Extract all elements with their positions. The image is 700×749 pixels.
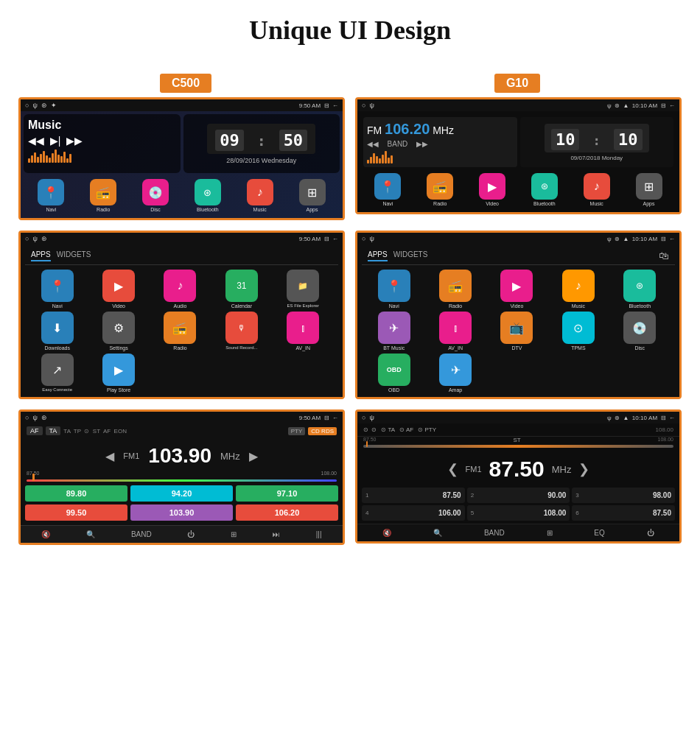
c500-tab-widgets[interactable]: WIDGETS xyxy=(57,249,91,261)
c500-radio-presets: 89.80 94.20 97.10 99.50 103.90 106.20 xyxy=(25,485,338,521)
c500-apps-grid: 📍Navi ▶Video ♪Audio 31Calendar 📁ES File … xyxy=(25,265,338,397)
c500-preset-2[interactable]: 94.20 xyxy=(130,485,233,502)
g10-app-video[interactable]: ▶Video xyxy=(479,173,505,206)
c500-radio-content: AF TA TA TP ⊙ ST AF EON PTY CD RDS ◀ FM1… xyxy=(21,423,343,543)
g10-preset-4[interactable]: 4106.00 xyxy=(362,505,465,521)
g10-grid-tpms[interactable]: ⊙TPMS xyxy=(549,312,607,351)
page-title: Unique UI Design xyxy=(249,15,451,46)
c500-grid-easyconnect[interactable]: ↗Easy Connecte xyxy=(28,354,86,393)
g10-tab-apps[interactable]: APPS xyxy=(368,249,388,261)
c500-app-navi[interactable]: 📍Navi xyxy=(38,179,64,212)
g10-apps-statusbar: ○ ψ ψ ⊛ ▲ 10:10 AM ⊟ ← xyxy=(357,233,679,245)
c500-apps-screen: ○ ψ ⊛ 9:50 AM ⊟ ← APPS WIDGETS 📍Navi ▶Vi… xyxy=(18,231,345,399)
c500-grid-avin[interactable]: ⫿AV_IN xyxy=(274,312,332,351)
g10-preset-2[interactable]: 290.00 xyxy=(467,488,570,503)
c500-grid-playstore[interactable]: ▶Play Store xyxy=(89,354,147,393)
c500-home-apps: 📍Navi 📻Radio 💿Disc ⊛Bluetooth ♪Music ⊞Ap… xyxy=(24,176,340,215)
g10-grid-video[interactable]: ▶Video xyxy=(488,270,546,309)
c500-grid-settings[interactable]: ⚙Settings xyxy=(89,312,147,351)
g10-clock-digits: 10 : 10 xyxy=(545,124,649,152)
g10-grid-obd[interactable]: OBDOBD xyxy=(365,354,423,393)
g10-radio-freq: FM 106.20 MHz xyxy=(367,121,514,138)
c500-preset-4[interactable]: 99.50 xyxy=(25,504,127,521)
c500-music-controls[interactable]: ◀◀ ▶| ▶▶ xyxy=(28,135,176,147)
g10-grid-disc[interactable]: 💿Disc xyxy=(611,312,669,351)
g10-grid-dtv[interactable]: 📺DTV xyxy=(488,312,546,351)
g10-label: G10 xyxy=(494,74,540,93)
g10-grid-btmusic[interactable]: ✈BT Music xyxy=(365,312,423,351)
c500-search-btn[interactable]: 🔍 xyxy=(86,530,95,538)
c500-radio-freq-row: ◀ FM1 103.90 MHz ▶ xyxy=(21,438,343,471)
c500-skip-btn[interactable]: ⏭ xyxy=(273,530,280,538)
c500-app-disc[interactable]: 💿Disc xyxy=(142,179,169,212)
g10-radio-widget: FM 106.20 MHz ◀◀ BAND ▶▶ xyxy=(363,117,517,167)
g10-preset-3[interactable]: 398.00 xyxy=(572,488,675,503)
c500-mute-btn[interactable]: 🔇 xyxy=(41,530,50,538)
c500-home-statusbar: ○ ψ ⊛ ✦ 9:50 AM ⊟ ← xyxy=(21,99,343,111)
g10-list-btn[interactable]: ⊞ xyxy=(547,529,553,537)
c500-radio-screen: ○ ψ ⊛ 9:50 AM ⊟ ← AF TA TA TP ⊙ ST AF EO… xyxy=(18,409,345,545)
c500-grid-soundrec[interactable]: 🎙Sound Record... xyxy=(212,312,270,351)
g10-grid-navi[interactable]: 📍Navi xyxy=(365,270,423,309)
g10-store-icon[interactable]: 🛍 xyxy=(659,250,669,261)
c500-grid-navi[interactable]: 📍Navi xyxy=(28,270,86,309)
c500-power-btn[interactable]: ⏻ xyxy=(187,530,195,538)
g10-home-apps: 📍Navi 📻Radio ▶Video ⊛Bluetooth ♪Music ⊞A… xyxy=(360,170,676,209)
g10-preset-1[interactable]: 187.50 xyxy=(362,488,465,503)
g10-home-screen: ○ ψ ψ ⊛ ▲ 10:10 AM ⊟ ← FM 106.20 MHz ◀◀ … xyxy=(355,97,682,214)
g10-apps-grid: 📍Navi 📻Radio ▶Video ♪Music ⊛Bluetooth ✈B… xyxy=(362,265,675,397)
g10-tab-widgets[interactable]: WIDGETS xyxy=(393,249,428,261)
c500-home-screen: ○ ψ ⊛ ✦ 9:50 AM ⊟ ← Music ◀◀ ▶| ▶▶ xyxy=(18,97,345,220)
c500-app-bluetooth[interactable]: ⊛Bluetooth xyxy=(195,179,221,212)
c500-band-btn[interactable]: BAND xyxy=(131,530,152,538)
g10-apps-screen: ○ ψ ψ ⊛ ▲ 10:10 AM ⊟ ← APPS WIDGETS 🛍 📍N… xyxy=(355,231,682,399)
c500-clock-digits: 09 : 50 xyxy=(207,124,315,154)
c500-preset-1[interactable]: 89.80 xyxy=(25,485,127,502)
g10-mute-btn[interactable]: 🔇 xyxy=(382,529,391,537)
g10-app-bluetooth[interactable]: ⊛Bluetooth xyxy=(531,173,558,206)
g10-next-btn[interactable]: ❯ xyxy=(578,461,589,477)
c500-app-music[interactable]: ♪Music xyxy=(247,179,273,212)
g10-radio-statusbar: ○ ψ ψ ⊛ ▲ 10:10 AM ⊟ ← xyxy=(357,412,679,423)
g10-eq-btn[interactable]: EQ xyxy=(594,529,604,537)
g10-app-navi[interactable]: 📍Navi xyxy=(374,173,401,206)
g10-grid-music[interactable]: ♪Music xyxy=(549,270,607,309)
g10-clock-widget: 10 : 10 09/07/2018 Monday xyxy=(520,117,674,167)
c500-list-btn[interactable]: ⊞ xyxy=(231,530,237,538)
g10-app-apps[interactable]: ⊞Apps xyxy=(636,173,662,206)
c500-preset-5[interactable]: 103.90 xyxy=(130,504,233,521)
c500-app-apps[interactable]: ⊞Apps xyxy=(299,179,326,212)
g10-preset-6[interactable]: 687.50 xyxy=(572,505,675,521)
g10-grid-avin[interactable]: ⫿AV_IN xyxy=(426,312,484,351)
c500-clock-date: 28/09/2016 Wednesday xyxy=(226,157,296,164)
g10-search-btn[interactable]: 🔍 xyxy=(433,529,442,537)
g10-app-radio[interactable]: 📻Radio xyxy=(427,173,453,206)
g10-home-statusbar: ○ ψ ψ ⊛ ▲ 10:10 AM ⊟ ← xyxy=(357,99,679,111)
g10-preset-5[interactable]: 5108.00 xyxy=(467,505,570,521)
c500-apps-statusbar: ○ ψ ⊛ 9:50 AM ⊟ ← xyxy=(21,233,343,245)
c500-grid-esfile[interactable]: 📁ES File Explorer xyxy=(274,270,332,309)
c500-grid-video[interactable]: ▶Video xyxy=(89,270,147,309)
c500-tab-apps[interactable]: APPS xyxy=(31,249,51,261)
g10-radio-scale: 87.50 ST 108.00 xyxy=(363,437,673,448)
g10-app-music[interactable]: ♪Music xyxy=(584,173,610,206)
c500-eq-btn[interactable]: ||| xyxy=(316,530,322,538)
c500-grid-audio[interactable]: ♪Audio xyxy=(151,270,209,309)
g10-grid-radio[interactable]: 📻Radio xyxy=(426,270,484,309)
g10-prev-btn[interactable]: ❮ xyxy=(447,461,458,477)
g10-radio-freq-row: ❮ FM1 87.50 MHz ❯ xyxy=(357,451,679,485)
g10-grid-amap[interactable]: ✈Amap xyxy=(426,354,484,393)
g10-power-btn[interactable]: ⏻ xyxy=(647,529,654,537)
c500-radio-statusbar: ○ ψ ⊛ 9:50 AM ⊟ ← xyxy=(21,412,343,423)
c500-grid-calendar[interactable]: 31Calendar xyxy=(212,270,270,309)
c500-app-radio[interactable]: 📻Radio xyxy=(90,179,116,212)
c500-preset-6[interactable]: 106.20 xyxy=(236,504,338,521)
c500-radio-bottombar: 🔇 🔍 BAND ⏻ ⊞ ⏭ ||| xyxy=(21,525,343,543)
c500-grid-radio[interactable]: 📻Radio xyxy=(151,312,209,351)
c500-grid-downloads[interactable]: ⬇Downloads xyxy=(28,312,86,351)
c500-radio-scale: 87.50 108.00 xyxy=(27,471,337,481)
c500-preset-3[interactable]: 97.10 xyxy=(236,485,338,502)
g10-radio-content: ⊙ ⊙ ⊙ TA ⊙ AF ⊙ PTY 108.00 87.50 ST 108.… xyxy=(357,423,679,541)
g10-grid-bluetooth[interactable]: ⊛Bluetooth xyxy=(611,270,669,309)
g10-band-btn[interactable]: BAND xyxy=(484,529,505,537)
